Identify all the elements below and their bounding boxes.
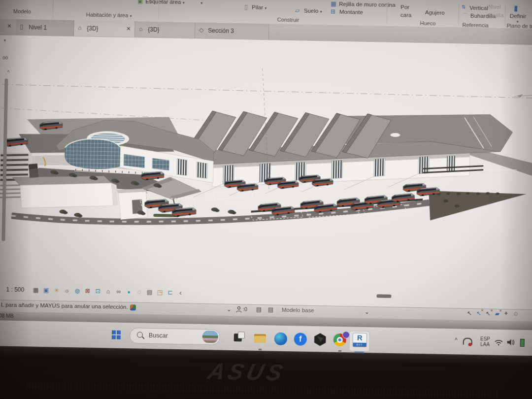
speaker-icon[interactable] [507, 338, 515, 346]
home-icon: ⌂ [139, 25, 143, 32]
asus-logo: ASUS [205, 358, 289, 386]
view-lock-icon[interactable]: ⌂ [104, 288, 112, 295]
landscaped-wedge [428, 191, 526, 222]
workplane-icon: ▮ [514, 3, 518, 12]
tray-expand-icon[interactable]: ^ [455, 336, 458, 343]
chrome-icon[interactable] [333, 333, 346, 346]
headset-icon[interactable] [463, 338, 472, 345]
temporary-view-properties-icon[interactable]: ◌ [135, 288, 143, 295]
system-tray: ^ ESPLAA [525, 330, 526, 356]
pillar-button[interactable]: Pilar ▾ [252, 4, 266, 11]
viewbar-collapse-icon[interactable]: ‹ [177, 289, 184, 297]
curved-glass-facade [65, 138, 120, 169]
worksets-count: :0 [243, 306, 247, 312]
design-option-value[interactable]: Modelo base [282, 307, 314, 313]
photographed-laptop: habitación ▾ ▣ Etiquetar área ▾ ▾ ▯ Pila… [0, 0, 532, 399]
close-tab-icon[interactable]: ✕ [126, 26, 131, 32]
tab-seccion-3[interactable]: ◇ Sección 3 [195, 23, 269, 40]
panel-label-model: Modelo [13, 8, 31, 15]
search-placeholder: Buscar [149, 332, 168, 339]
laptop-chassis: ASUS [0, 346, 529, 399]
edge-browser-icon[interactable] [274, 332, 287, 345]
task-view-icon[interactable] [233, 332, 246, 344]
select-links-icon[interactable]: ↖ [467, 310, 472, 317]
design-options-icon[interactable]: ▤ [268, 306, 274, 313]
temporary-hide-isolate-icon[interactable]: ∞ [115, 288, 122, 295]
windows-start-icon[interactable] [112, 331, 121, 339]
search-daily-image[interactable] [202, 331, 218, 343]
revit-app-active[interactable]: R RVT [349, 331, 370, 352]
visual-style-icon[interactable]: ▣ [42, 287, 50, 294]
selection-filter-icon[interactable]: ⚙ [513, 310, 519, 317]
editable-only-icon[interactable]: ▤ [256, 306, 262, 313]
close-view-icon[interactable]: ✕ [7, 23, 11, 30]
mullion-icon: ⊞ [331, 8, 335, 15]
left-margin-label: oo [2, 55, 8, 60]
mullion-button[interactable]: Montante [339, 9, 363, 15]
floor-button[interactable]: Suelo ▾ [304, 8, 322, 14]
running-indicator [258, 349, 262, 350]
rendering-icon[interactable]: ◍ [73, 287, 81, 294]
tab-3d[interactable]: ⌂ {3D} [135, 21, 196, 38]
panel-separator [387, 3, 388, 24]
editing-requests-icon[interactable] [130, 304, 136, 310]
shaft-button[interactable]: Agujero [425, 9, 445, 16]
home-icon: ⌂ [78, 24, 82, 31]
language-indicator[interactable]: ESPLAA [480, 336, 490, 347]
memory-indicator: 08 MB [0, 312, 14, 319]
select-underlay-icon[interactable]: ↖✕ [476, 310, 481, 317]
grid-button-disabled: Rejilla [488, 12, 504, 18]
scale-control[interactable]: 1 : 500 [6, 286, 24, 294]
battery-icon[interactable] [520, 339, 525, 347]
document-icon: ▯ [20, 23, 23, 30]
section-marker-icon: ◇ [199, 27, 203, 33]
shadows-icon[interactable]: ☼ [63, 287, 70, 294]
panel-separator [505, 5, 506, 26]
file-explorer-icon[interactable] [254, 332, 266, 345]
tag-area-icon: ▣ [137, 0, 143, 5]
revit-icon: R RVT [353, 333, 367, 348]
reveal-constraints-icon[interactable]: ⊏ [166, 289, 174, 296]
crop-view-icon[interactable]: ⊠ [84, 287, 91, 294]
chrome-badge [342, 331, 350, 338]
sun-path-icon[interactable]: ☀ [53, 287, 60, 294]
analytical-model-icon[interactable]: ▤ [146, 289, 153, 296]
3d-model-bus-terminal [0, 35, 532, 309]
selection-prompt: L para añadir y MAYÚS para anular una se… [1, 301, 128, 310]
reveal-hidden-icon[interactable]: ● [125, 289, 133, 295]
tab-3d-active[interactable]: ⌂ {3D} ✕ [74, 20, 135, 37]
status-chevron-icon[interactable]: ⌄ [227, 306, 232, 313]
vertical-opening-icon: ⇅ [462, 4, 466, 9]
worksets-icon[interactable] [235, 306, 242, 313]
tag-area-button[interactable]: Etiquetar área ▾ [145, 0, 185, 5]
drag-elements-icon[interactable]: + [504, 310, 508, 317]
set-workplane-button[interactable]: Definir [510, 13, 526, 19]
facebook-icon[interactable]: f [294, 332, 307, 345]
tab-nivel-1[interactable]: ▯ Nivel 1 [16, 19, 74, 36]
floor-icon: ▱ [295, 7, 299, 14]
panel-separator [159, 0, 160, 20]
show-crop-region-icon[interactable]: ⊡ [94, 288, 101, 295]
detail-level-icon[interactable]: ▦ [32, 287, 39, 294]
drawing-area[interactable]: ▾ oo ^ 1 : 500 ▦ ▣ ☀ ☼ ◍ ⊠ ⊡ ⌂ ∞ ● ◌ ▤ ◳… [0, 35, 532, 309]
vertical-opening-button[interactable]: Vertical [469, 5, 488, 11]
wifi-icon[interactable] [495, 339, 503, 346]
by-face-button-line2[interactable]: cara [400, 12, 412, 18]
left-margin-caret[interactable]: ▾ [4, 38, 6, 42]
panel-separator [53, 0, 54, 18]
scrollbar-up-arrow[interactable]: ^ [7, 70, 10, 75]
select-pinned-icon[interactable]: ↖✕ [486, 310, 491, 317]
panel-label-build: Construir [277, 17, 299, 23]
displacement-sets-icon[interactable]: ◳ [156, 289, 164, 296]
horizontal-scrollbar-thumb[interactable] [376, 294, 391, 298]
taskbar-search[interactable]: Buscar [130, 328, 221, 345]
by-face-button[interactable]: Por [400, 4, 409, 10]
panel-separator [459, 4, 460, 25]
panel-label-room-area[interactable]: Habitación y área ▾ [86, 11, 132, 18]
design-option-caret-icon[interactable]: ⌄ [365, 308, 369, 315]
level-button-disabled: Nivel [488, 3, 501, 9]
select-by-face-icon[interactable]: ▰✕ [495, 310, 499, 317]
hexagon-app-icon[interactable] [314, 333, 327, 346]
dropdown-caret[interactable]: ▾ [200, 1, 202, 5]
curtain-grid-icon: ▦ [331, 0, 336, 7]
